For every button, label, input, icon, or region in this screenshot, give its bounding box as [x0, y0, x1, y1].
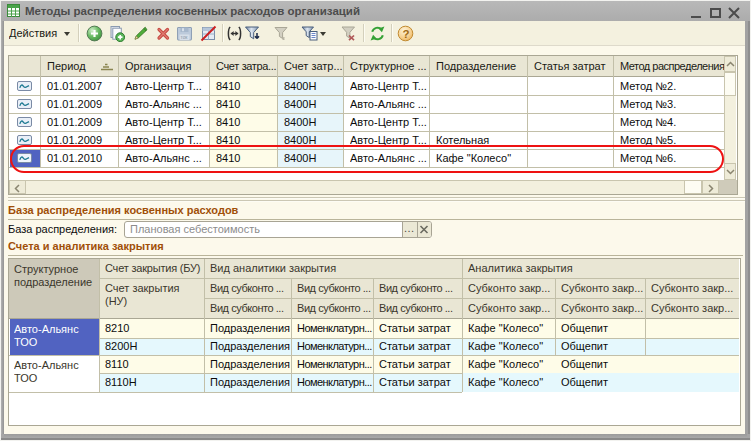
svg-text:?: ?: [403, 28, 410, 40]
svg-text:ток: ток: [181, 35, 189, 40]
